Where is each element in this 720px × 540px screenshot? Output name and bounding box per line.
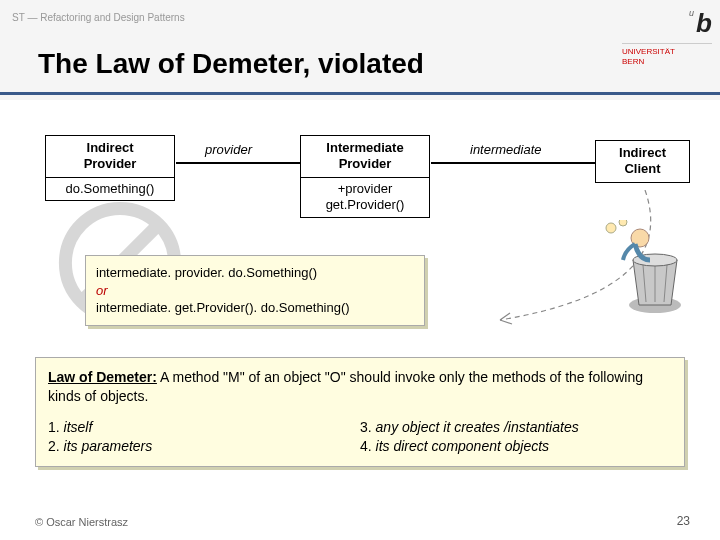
uml-box1-name: Indirect Provider — [46, 136, 174, 178]
law-n2: 2. — [48, 438, 64, 454]
uml-box2-body: +provider get.Provider() — [301, 178, 429, 218]
copyright: © Oscar Nierstrasz — [35, 516, 128, 528]
svg-point-8 — [606, 223, 616, 233]
page-title: The Law of Demeter, violated — [38, 48, 424, 80]
law-n4: 4. — [360, 438, 376, 454]
law-t3: any object it creates /instantiates — [376, 419, 579, 435]
law-col-right: 3. any object it creates /instantiates 4… — [360, 418, 672, 456]
title-underline — [0, 92, 720, 95]
uml-box2-name: Intermediate Provider — [301, 136, 429, 178]
page-number: 23 — [677, 514, 690, 528]
header-bar: ST — Refactoring and Design Patterns The… — [0, 0, 720, 100]
connector-2 — [431, 162, 595, 164]
svg-point-9 — [619, 220, 627, 226]
law-n1: 1. — [48, 419, 64, 435]
law-t4: its direct component objects — [376, 438, 550, 454]
code-line-1: intermediate. provider. do.Something() — [96, 264, 414, 282]
code-or: or — [96, 282, 414, 300]
uml-box-indirect-client: Indirect Client — [595, 140, 690, 183]
topic-label: ST — Refactoring and Design Patterns — [12, 12, 185, 23]
university-logo: ub UNIVERSITÄT BERN — [622, 8, 712, 66]
uml-box2-attr: +provider — [309, 181, 421, 198]
law-intro: Law of Demeter: A method "M" of an objec… — [48, 368, 672, 406]
trash-can-illustration — [605, 220, 695, 320]
law-n3: 3. — [360, 419, 376, 435]
uni-line1: UNIVERSITÄT — [622, 47, 712, 57]
uml-box-indirect-provider: Indirect Provider do.Something() — [45, 135, 175, 201]
connector-1 — [176, 162, 300, 164]
code-line-2: intermediate. get.Provider(). do.Somethi… — [96, 299, 414, 317]
logo-superscript: u — [689, 8, 694, 18]
uml-box1-method: do.Something() — [46, 178, 174, 201]
code-example-box: intermediate. provider. do.Something() o… — [85, 255, 425, 326]
law-title: Law of Demeter: — [48, 369, 157, 385]
uni-line2: BERN — [622, 57, 712, 67]
law-t2: its parameters — [64, 438, 153, 454]
law-of-demeter-box: Law of Demeter: A method "M" of an objec… — [35, 357, 685, 467]
connector-label-provider: provider — [205, 142, 252, 157]
uml-box2-method: get.Provider() — [309, 197, 421, 214]
law-col-left: 1. itself 2. its parameters — [48, 418, 360, 456]
uml-box3-name: Indirect Client — [596, 141, 689, 182]
connector-label-intermediate: intermediate — [470, 142, 542, 157]
law-t1: itself — [64, 419, 93, 435]
uml-box-intermediate-provider: Intermediate Provider +provider get.Prov… — [300, 135, 430, 218]
logo-letter: b — [696, 8, 712, 38]
